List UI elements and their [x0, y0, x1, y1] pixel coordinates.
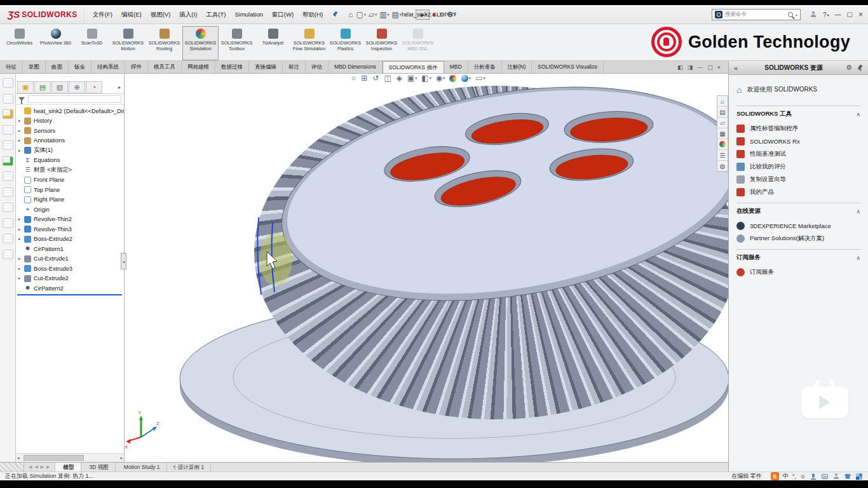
model-tab[interactable]: ¶ 设计算例 1	[167, 463, 211, 471]
tree-item[interactable]: ⌖ Origin	[16, 205, 124, 215]
heatsink-fins[interactable]	[254, 86, 728, 419]
ribbon-tab[interactable]: 数据迁移	[215, 61, 249, 73]
3d-drawing-view-icon[interactable]: ◈	[395, 74, 404, 82]
table-tool-icon[interactable]	[3, 94, 13, 104]
apply-scene-icon[interactable]: ●▾	[460, 75, 472, 82]
ime-profile-icon[interactable]	[832, 473, 840, 480]
tab-nav-arrow[interactable]: ▶	[46, 464, 50, 470]
ribbon-tab[interactable]: MBD Dimensions	[329, 61, 383, 73]
addin-button[interactable]: ScanTo3D	[74, 26, 110, 60]
table-tool-icon[interactable]	[3, 250, 13, 259]
ribbon-tab[interactable]: 模具工具	[148, 61, 182, 73]
table-tool-icon[interactable]	[3, 203, 13, 212]
resource-link[interactable]: 3DEXPERIENCE Marketplace	[736, 219, 860, 232]
table-tool-icon[interactable]	[3, 78, 13, 88]
menu-item[interactable]: 窗口(W)	[268, 5, 298, 24]
table-tool-icon[interactable]	[3, 140, 13, 150]
expand-arrow[interactable]: ▸	[18, 236, 24, 241]
section-header-tools[interactable]: SOLIDWORKS 工具 ∧	[736, 110, 860, 118]
search-placeholder[interactable]: 搜索命令	[725, 11, 785, 18]
collapse-section-icon[interactable]: ∧	[856, 255, 860, 261]
expand-arrow[interactable]: ▸	[18, 227, 24, 232]
tree-item[interactable]: ▸ History	[16, 116, 124, 126]
custom-properties-tab-icon[interactable]: ☰	[717, 150, 728, 161]
search-icon[interactable]	[788, 12, 793, 17]
ribbon-tab[interactable]: 网格建模	[182, 61, 215, 73]
resource-link[interactable]: 属性标签编制程序	[736, 122, 860, 135]
tree-horizontal-scrollbar[interactable]: ◂ ▸	[16, 453, 124, 462]
table-tool-icon[interactable]	[3, 156, 13, 166]
tree-item[interactable]: Front Plane	[16, 175, 124, 186]
table-tool-icon[interactable]	[3, 109, 13, 119]
command-search[interactable]: 搜索命令 ▾	[712, 9, 801, 20]
tree-item[interactable]: ▸ Revolve-Thin2	[16, 215, 124, 225]
view-palette-tab-icon[interactable]: ▦	[717, 128, 728, 139]
expand-arrow[interactable]: ▸	[18, 138, 24, 143]
close-button[interactable]: ×	[858, 11, 863, 18]
ime-mic-icon[interactable]	[810, 473, 817, 480]
collapse-section-icon[interactable]: ∧	[856, 111, 860, 118]
tree-item[interactable]: ▸ Boss-Extrude3	[16, 264, 124, 274]
addin-button[interactable]: SOLIDWORKS Simulation	[182, 26, 219, 60]
panel-collapse-handle[interactable]: ◂	[121, 253, 126, 269]
tree-item[interactable]: Σ Equations	[16, 156, 124, 166]
expand-arrow[interactable]: ▸	[18, 217, 24, 222]
propertymanager-tab[interactable]: ▤	[34, 81, 51, 93]
resource-link[interactable]: 订阅服务	[736, 266, 860, 278]
filter-input[interactable]	[28, 95, 121, 103]
tree-item[interactable]: ☰ 材质 <未指定>	[16, 165, 124, 175]
addin-button[interactable]: CircuitWorks	[1, 26, 37, 60]
tree-item[interactable]: ▸ Sensors	[16, 126, 124, 136]
model-tab[interactable]: Motion Study 1	[116, 463, 167, 471]
tree-item[interactable]: ▸ Revolve-Thin3	[16, 224, 124, 234]
expand-arrow[interactable]: ▸	[18, 128, 24, 133]
menu-item[interactable]: 视图(V)	[146, 5, 175, 24]
graphics-viewport[interactable]: Y X Z ○ ⊞ ↺ ◫ ◈ ▣▾ ◧▾ ◉	[125, 74, 728, 462]
tab-nav-arrow[interactable]: ◀	[29, 464, 32, 470]
resource-link[interactable]: 我的产品	[736, 186, 860, 198]
collapse-panel-icon[interactable]: «	[734, 64, 738, 72]
scroll-left-icon[interactable]: ◂	[17, 456, 20, 461]
design-library-tab-icon[interactable]: ▤	[717, 107, 728, 118]
edit-appearance-icon[interactable]: ●	[448, 75, 458, 82]
ime-toolbox-icon[interactable]	[855, 473, 863, 480]
pane-left-icon[interactable]: ◧	[677, 64, 683, 71]
taskpane-pin-icon[interactable]	[857, 65, 863, 71]
expand-arrow[interactable]: ▸	[18, 148, 24, 153]
sogou-logo-icon[interactable]: S	[771, 472, 779, 480]
user-account-icon[interactable]	[810, 11, 817, 18]
resource-link[interactable]: 性能基准测试	[736, 147, 860, 160]
addin-button[interactable]: SOLIDWORKS Plastics	[327, 26, 363, 60]
displaymanager-tab[interactable]: ◔	[86, 81, 102, 93]
section-view-icon[interactable]: ◫	[383, 74, 393, 82]
menu-item[interactable]: 插入(I)	[175, 5, 201, 24]
addin-button[interactable]: PhotoView 360	[37, 26, 74, 60]
section-header-subscription[interactable]: 订阅服务 ∧	[736, 254, 860, 262]
resource-link[interactable]: SOLIDWORKS Rx	[736, 135, 860, 147]
addin-button[interactable]: SOLIDWORKS Routing	[146, 26, 182, 60]
view-orientation-icon[interactable]: ▣▾	[406, 74, 418, 82]
pane-right-icon[interactable]: ◨	[688, 64, 693, 71]
resource-link[interactable]: Partner Solutions(解决方案)	[736, 232, 860, 245]
collapse-section-icon[interactable]: ∧	[856, 208, 860, 215]
ime-emoji-icon[interactable]: ☺	[800, 473, 806, 480]
ribbon-tab[interactable]: 特征	[0, 61, 23, 73]
table-tool-icon[interactable]	[3, 172, 13, 181]
expand-arrow[interactable]: ▸	[18, 276, 24, 281]
table-tool-icon[interactable]	[3, 187, 13, 197]
file-explorer-tab-icon[interactable]: ▱	[717, 118, 728, 128]
ime-punctuation[interactable]: °,	[792, 473, 796, 480]
expand-arrow[interactable]: ▸	[18, 256, 24, 261]
tree-item[interactable]: ▸ Boss-Extrude2	[16, 234, 124, 245]
addin-button[interactable]: SOLIDWORKS Motion	[110, 26, 146, 60]
display-style-icon[interactable]: ◧▾	[420, 74, 432, 82]
ime-lang-zh[interactable]: 中	[783, 472, 789, 480]
scroll-right-icon[interactable]: ▸	[120, 456, 123, 461]
appearances-tab-icon[interactable]: ●	[717, 139, 728, 150]
forum-tab-icon[interactable]: ◍	[717, 161, 728, 172]
model-tab[interactable]: 3D 视图	[81, 463, 116, 471]
help-button[interactable]: ?▾	[823, 11, 829, 18]
minimize-doc-icon[interactable]: —	[697, 64, 703, 71]
resource-link[interactable]: 复制设置向导	[736, 173, 860, 186]
table-tool-icon[interactable]	[3, 219, 13, 228]
